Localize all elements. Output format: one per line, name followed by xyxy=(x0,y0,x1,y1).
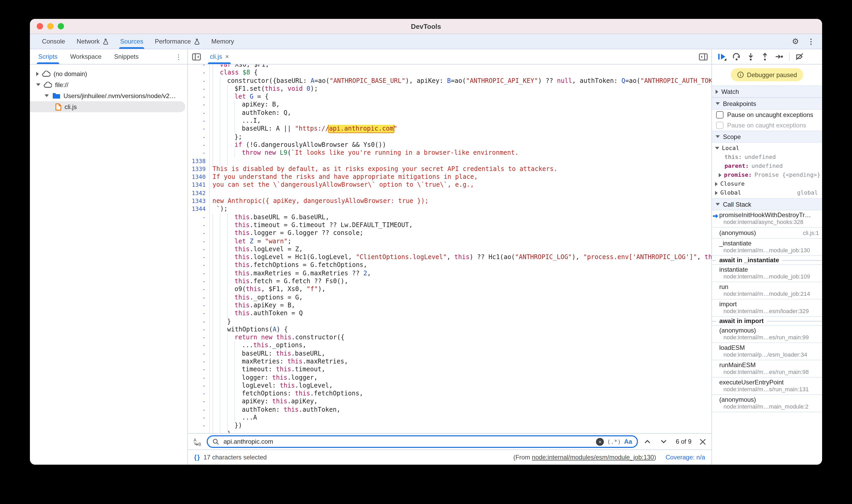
code-text[interactable]: logLevel: this.logLevel, xyxy=(209,382,711,390)
chevron-down-icon[interactable] xyxy=(36,84,40,86)
chevron-down-icon[interactable] xyxy=(45,94,49,97)
previous-match-icon[interactable] xyxy=(643,438,652,445)
callstack-frame[interactable]: loadESMnode:internal/p…/esm_loader:34 xyxy=(712,343,822,360)
tab-console[interactable]: Console xyxy=(36,34,71,49)
line-number[interactable]: - xyxy=(188,141,209,149)
callstack-frame[interactable]: importnode:internal/m…esm/loader:329 xyxy=(712,300,822,317)
tab-memory[interactable]: Memory xyxy=(206,34,240,49)
replace-toggle-icon[interactable]: AB xyxy=(193,437,201,446)
tree-item-cli-js[interactable]: cli.js xyxy=(30,101,185,112)
code-text[interactable]: let Z = "warn"; xyxy=(209,237,711,246)
code-text[interactable]: ...this._options, xyxy=(209,342,711,350)
file-tab-cli-js[interactable]: cli.js × xyxy=(205,49,234,64)
code-line[interactable]: 1343new Anthropic({ apiKey, dangerouslyA… xyxy=(188,197,711,205)
line-number[interactable]: - xyxy=(188,374,209,382)
tab-scripts[interactable]: Scripts xyxy=(32,49,64,64)
line-number[interactable]: - xyxy=(188,269,209,277)
next-match-icon[interactable] xyxy=(659,438,668,445)
code-text[interactable]: fetchOptions: this.fetchOptions, xyxy=(209,390,711,398)
code-line[interactable]: -this._options = G, xyxy=(188,293,711,302)
minimize-window-button[interactable] xyxy=(47,23,54,29)
coverage-link[interactable]: Coverage: n/a xyxy=(665,454,705,461)
code-text[interactable]: if (!G.dangerouslyAllowBrowser && Ys0()) xyxy=(209,141,711,149)
line-number[interactable]: - xyxy=(188,430,209,433)
callstack-frame[interactable]: instantiatenode:internal/m…module_job:10… xyxy=(712,265,822,282)
code-text[interactable]: baseURL: A || "https://api.anthropic.com… xyxy=(209,125,711,133)
code-line[interactable]: 1342 xyxy=(188,189,711,197)
pretty-print-icon[interactable]: { } xyxy=(194,454,199,461)
code-line[interactable]: -authToken: this.authToken, xyxy=(188,406,711,414)
scope-global[interactable]: Global global xyxy=(712,188,822,197)
scope-prop-this[interactable]: this: undefined xyxy=(712,152,822,162)
callstack-frame[interactable]: promiseInitHookWithDestroyTr…node:intern… xyxy=(712,210,822,228)
deactivate-breakpoints-icon[interactable] xyxy=(795,52,804,61)
code-line[interactable]: -if (!G.dangerouslyAllowBrowser && Ys0()… xyxy=(188,141,711,149)
code-text[interactable]: `); xyxy=(209,205,711,213)
line-number[interactable]: - xyxy=(188,366,209,374)
code-line[interactable]: -constructor({baseURL: A=ao("ANTHROPIC_B… xyxy=(188,77,711,85)
hide-navigator-icon[interactable] xyxy=(188,49,205,64)
code-line[interactable]: -apiKey: B, xyxy=(188,101,711,109)
code-text[interactable]: you can set the \`dangerouslyAllowBrowse… xyxy=(209,181,711,189)
callstack-frame[interactable]: (anonymous)node:internal/m…es/run_main:9… xyxy=(712,326,822,343)
search-input[interactable] xyxy=(223,437,593,446)
code-text[interactable]: baseURL: this.baseURL, xyxy=(209,349,711,358)
code-line[interactable]: -logger: this.logger, xyxy=(188,374,711,382)
code-text[interactable]: maxRetries: this.maxRetries, xyxy=(209,358,711,366)
section-call-stack[interactable]: Call Stack xyxy=(712,198,822,210)
code-line[interactable]: -return new this.constructor({ xyxy=(188,334,711,342)
code-line[interactable]: -logLevel: this.logLevel, xyxy=(188,382,711,390)
close-window-button[interactable] xyxy=(37,23,43,29)
line-number[interactable]: 1344 xyxy=(188,205,209,213)
line-number[interactable]: 1343 xyxy=(188,197,209,205)
code-line[interactable]: -maxRetries: this.maxRetries, xyxy=(188,358,711,366)
code-line[interactable]: -class $8 { xyxy=(188,69,711,77)
collapse-debugger-icon[interactable] xyxy=(699,49,711,64)
line-number[interactable]: - xyxy=(188,69,209,77)
code-text[interactable]: return new this.constructor({ xyxy=(209,334,711,342)
callstack-frame[interactable]: (anonymous)cli.js:1 xyxy=(712,228,822,239)
scope-closure[interactable]: Closure xyxy=(712,179,822,188)
line-number[interactable]: - xyxy=(188,229,209,237)
code-line[interactable]: -this.fetch = G.fetch ?? Fs0(), xyxy=(188,277,711,286)
chevron-right-icon[interactable] xyxy=(36,72,39,76)
code-text[interactable]: class $8 { xyxy=(209,69,711,77)
callstack-frame[interactable]: runMainESMnode:internal/m…es/run_main:98 xyxy=(712,360,822,378)
line-number[interactable]: - xyxy=(188,390,209,398)
code-line[interactable]: -}; xyxy=(188,133,711,141)
line-number[interactable]: - xyxy=(188,101,209,109)
code-text[interactable]: this.maxRetries = G.maxRetries ?? 2, xyxy=(209,269,711,277)
code-line[interactable]: -...this._options, xyxy=(188,342,711,350)
line-number[interactable]: - xyxy=(188,246,209,254)
line-number[interactable]: - xyxy=(188,309,209,318)
line-number[interactable]: - xyxy=(188,358,209,366)
code-text[interactable] xyxy=(209,157,711,165)
line-number[interactable]: 1342 xyxy=(188,189,209,197)
line-number[interactable]: - xyxy=(188,125,209,133)
step-out-icon[interactable] xyxy=(761,52,769,61)
tree-item-file-protocol[interactable]: file:// xyxy=(30,79,187,90)
line-number[interactable]: - xyxy=(188,293,209,302)
line-number[interactable]: 1339 xyxy=(188,165,209,173)
code-text[interactable]: ...I, xyxy=(209,117,711,125)
code-line[interactable]: -apiKey: this.apiKey, xyxy=(188,398,711,406)
code-line[interactable]: -baseURL: this.baseURL, xyxy=(188,349,711,358)
clear-search-icon[interactable]: × xyxy=(596,438,604,446)
line-number[interactable]: - xyxy=(188,398,209,406)
code-text[interactable]: } xyxy=(209,318,711,326)
code-line[interactable]: -...I, xyxy=(188,117,711,125)
checkbox[interactable] xyxy=(716,122,724,129)
code-line[interactable]: -throw new L9(`It looks like you're runn… xyxy=(188,149,711,157)
code-text[interactable]: authToken: Q, xyxy=(209,109,711,117)
code-line[interactable]: 1339This is disabled by default, as it r… xyxy=(188,165,711,173)
line-number[interactable]: - xyxy=(188,286,209,294)
line-number[interactable]: - xyxy=(188,277,209,286)
code-text[interactable]: ...A xyxy=(209,414,711,422)
scope-prop-promise[interactable]: promise: Promise {<pending>} xyxy=(712,170,822,179)
code-text[interactable]: }) xyxy=(209,422,711,430)
code-editor[interactable]: -var Xs0, $F1;-class $8 {-constructor({b… xyxy=(188,65,711,433)
callstack-frame[interactable]: executeUserEntryPointnode:internal/m…s/r… xyxy=(712,378,822,395)
code-text[interactable]: timeout: this.timeout, xyxy=(209,366,711,374)
code-text[interactable]: this.logger = G.logger ?? console; xyxy=(209,229,711,237)
code-text[interactable]: authToken: this.authToken, xyxy=(209,406,711,414)
